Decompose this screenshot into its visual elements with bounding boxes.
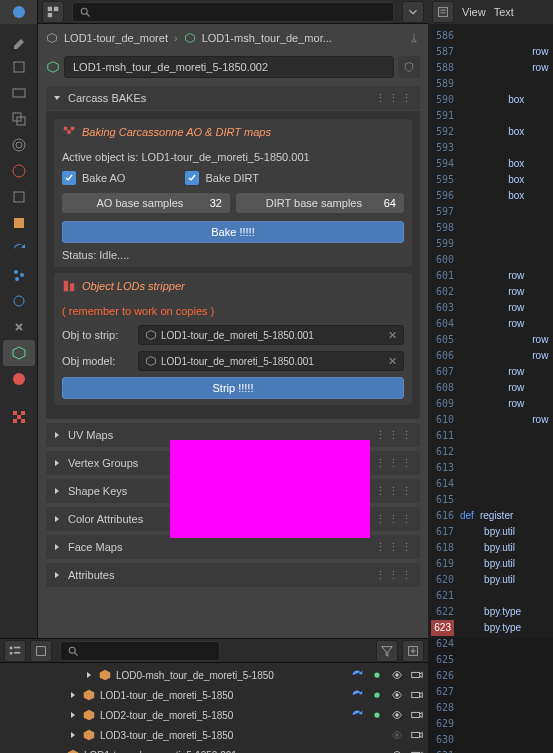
disclosure-triangle-icon[interactable] — [84, 670, 94, 680]
svg-rect-29 — [71, 127, 75, 131]
dot-icon[interactable] — [370, 668, 384, 682]
tab-scene[interactable] — [3, 132, 35, 158]
panel-header-face-maps[interactable]: Face Maps⋮⋮⋮ — [46, 535, 420, 559]
obj-model-select[interactable]: LOD1-tour_de_moreti_5-1850.001 ✕ — [138, 351, 404, 371]
tab-output[interactable] — [3, 80, 35, 106]
ao-samples-slider[interactable]: AO base samples 32 — [62, 193, 230, 213]
bake-status: Status: Idle.... — [62, 249, 404, 261]
svg-point-4 — [81, 8, 87, 14]
obj-strip-select[interactable]: LOD1-tour_de_moreti_5-1850.001 ✕ — [138, 325, 404, 345]
tab-texture[interactable] — [3, 404, 35, 430]
editor-type-dropdown[interactable] — [42, 1, 64, 23]
panel-menu-icon[interactable]: ⋮⋮⋮ — [375, 92, 414, 105]
tab-object[interactable] — [3, 210, 35, 236]
panel-header-attributes[interactable]: Attributes⋮⋮⋮ — [46, 563, 420, 587]
lods-warning: ( remember to work on copies ) — [62, 305, 404, 317]
tab-render[interactable] — [3, 54, 35, 80]
outliner-row[interactable]: LOD0-msh_tour_de_moreti_5-1850 — [0, 665, 428, 685]
disclosure-triangle-icon[interactable] — [68, 690, 78, 700]
breadcrumb-item[interactable]: LOD1-tour_de_moret — [64, 32, 168, 44]
dot-icon[interactable] — [370, 708, 384, 722]
svg-point-44 — [395, 673, 399, 677]
svg-rect-31 — [64, 281, 68, 292]
svg-rect-25 — [17, 415, 21, 419]
render-toggle-icon[interactable] — [410, 708, 424, 722]
outliner-row[interactable]: LOD3-tour_de_moreti_5-1850 — [0, 725, 428, 745]
visibility-toggle-icon[interactable] — [390, 748, 404, 753]
render-toggle-icon[interactable] — [410, 728, 424, 742]
tab-mesh-data[interactable] — [3, 340, 35, 366]
svg-point-47 — [395, 693, 399, 697]
code-editor[interactable]: row row box box box box box row row row … — [460, 24, 553, 638]
visibility-toggle-icon[interactable] — [390, 728, 404, 742]
svg-rect-32 — [70, 283, 74, 291]
tab-material[interactable] — [3, 366, 35, 392]
breadcrumb-item[interactable]: LOD1-msh_tour_de_mor... — [202, 32, 332, 44]
svg-point-14 — [13, 139, 25, 151]
disclosure-triangle-icon[interactable] — [68, 730, 78, 740]
bake-dirt-checkbox[interactable]: Bake DIRT — [185, 171, 259, 185]
tab-viewlayer[interactable] — [3, 106, 35, 132]
visibility-toggle-icon[interactable] — [390, 708, 404, 722]
bake-ao-checkbox[interactable]: Bake AO — [62, 171, 125, 185]
outliner-row[interactable]: LOD1-tour_de_moreti_5-1850.001 — [0, 745, 428, 753]
tab-collection[interactable] — [3, 184, 35, 210]
mesh-name-input[interactable] — [64, 56, 394, 78]
svg-point-52 — [395, 733, 399, 737]
tab-constraint[interactable] — [3, 314, 35, 340]
svg-point-13 — [16, 142, 22, 148]
checker-icon — [62, 125, 76, 139]
bake-button[interactable]: Bake !!!!! — [62, 221, 404, 243]
options-dropdown[interactable] — [402, 1, 424, 23]
outliner-row[interactable]: LOD1-tour_de_moreti_5-1850 — [0, 685, 428, 705]
svg-point-20 — [15, 277, 19, 281]
filter-funnel-icon[interactable] — [376, 640, 398, 662]
menu-view[interactable]: View — [462, 6, 486, 18]
text-editor-type-dropdown[interactable] — [432, 1, 454, 23]
tab-particle[interactable] — [3, 262, 35, 288]
outliner-type-dropdown[interactable] — [4, 640, 26, 662]
visibility-toggle-icon[interactable] — [390, 668, 404, 682]
fake-user-toggle[interactable] — [398, 56, 420, 78]
svg-rect-2 — [54, 6, 58, 10]
disclosure-triangle-icon[interactable] — [68, 710, 78, 720]
outliner-row[interactable]: LOD2-tour_de_moreti_5-1850 — [0, 705, 428, 725]
tab-tool[interactable] — [3, 28, 35, 54]
svg-point-46 — [374, 692, 379, 697]
new-collection-icon[interactable] — [402, 640, 424, 662]
svg-rect-1 — [48, 6, 52, 10]
menu-text[interactable]: Text — [494, 6, 514, 18]
properties-search[interactable] — [72, 2, 394, 22]
svg-rect-33 — [10, 646, 13, 649]
render-toggle-icon[interactable] — [410, 748, 424, 753]
display-mode-dropdown[interactable] — [30, 640, 52, 662]
clear-icon[interactable]: ✕ — [388, 355, 397, 368]
dirt-samples-slider[interactable]: DIRT base samples 64 — [236, 193, 404, 213]
strip-button[interactable]: Strip !!!!! — [62, 377, 404, 399]
visibility-toggle-icon[interactable] — [390, 688, 404, 702]
obj-model-label: Obj model: — [62, 355, 130, 367]
tab-modifier[interactable] — [3, 236, 35, 262]
mesh-object-icon — [98, 668, 112, 682]
tab-physics[interactable] — [3, 288, 35, 314]
app-icon[interactable] — [0, 0, 38, 24]
dot-icon[interactable] — [370, 688, 384, 702]
outliner-search[interactable] — [60, 641, 220, 661]
render-toggle-icon[interactable] — [410, 688, 424, 702]
obj-strip-label: Obj to strip: — [62, 329, 130, 341]
wrench-icon[interactable] — [350, 668, 364, 682]
wrench-icon[interactable] — [350, 708, 364, 722]
cube-icon — [46, 32, 58, 44]
mesh-icon — [184, 32, 196, 44]
active-object-label: Active object is: LOD1-tour_de_moreti_5-… — [62, 151, 404, 163]
svg-rect-48 — [412, 692, 420, 697]
svg-rect-34 — [14, 646, 20, 648]
pin-icon[interactable] — [408, 32, 420, 44]
clear-icon[interactable]: ✕ — [388, 329, 397, 342]
panel-header-carcass[interactable]: Carcass BAKEs ⋮⋮⋮ — [46, 86, 420, 110]
wrench-icon[interactable] — [350, 688, 364, 702]
svg-rect-16 — [14, 192, 24, 202]
render-toggle-icon[interactable] — [410, 668, 424, 682]
tab-world[interactable] — [3, 158, 35, 184]
svg-point-18 — [14, 270, 18, 274]
